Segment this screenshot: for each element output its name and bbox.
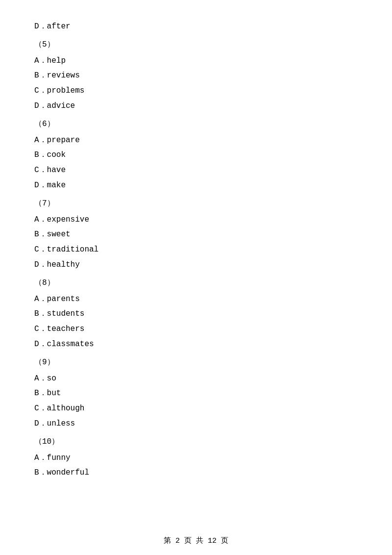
option-item: D．classmates (34, 337, 358, 352)
option-item: B．but (34, 386, 358, 401)
section-number: （8） (34, 276, 358, 290)
section-number: （5） (34, 38, 358, 52)
option-item: B．wonderful (34, 466, 358, 480)
option-item: B．students (34, 307, 358, 321)
section-number: （10） (34, 435, 358, 449)
section-number: （7） (34, 197, 358, 211)
option-item: B．sweet (34, 227, 358, 242)
option-item: A．funny (34, 451, 358, 465)
option-item: A．parents (34, 292, 358, 306)
section-number: （6） (34, 117, 358, 131)
option-item: D．after (34, 20, 358, 34)
option-item: B．cook (34, 148, 358, 162)
main-content: D．after（5）A．helpB．reviewsC．problemsD．adv… (0, 0, 392, 510)
option-item: C．although (34, 402, 358, 416)
option-item: C．have (34, 163, 358, 177)
option-item: A．expensive (34, 213, 358, 227)
option-item: D．make (34, 178, 358, 193)
option-item: D．advice (34, 99, 358, 113)
option-item: B．reviews (34, 69, 358, 83)
page-footer: 第 2 页 共 12 页 (0, 536, 392, 545)
section-number: （9） (34, 355, 358, 370)
option-item: C．problems (34, 84, 358, 98)
option-item: D．healthy (34, 258, 358, 272)
option-item: A．help (34, 54, 358, 68)
option-item: D．unless (34, 417, 358, 431)
option-item: A．prepare (34, 133, 358, 148)
option-item: A．so (34, 372, 358, 386)
option-item: C．traditional (34, 243, 358, 257)
page-number: 第 2 页 共 12 页 (164, 537, 228, 545)
option-item: C．teachers (34, 322, 358, 336)
